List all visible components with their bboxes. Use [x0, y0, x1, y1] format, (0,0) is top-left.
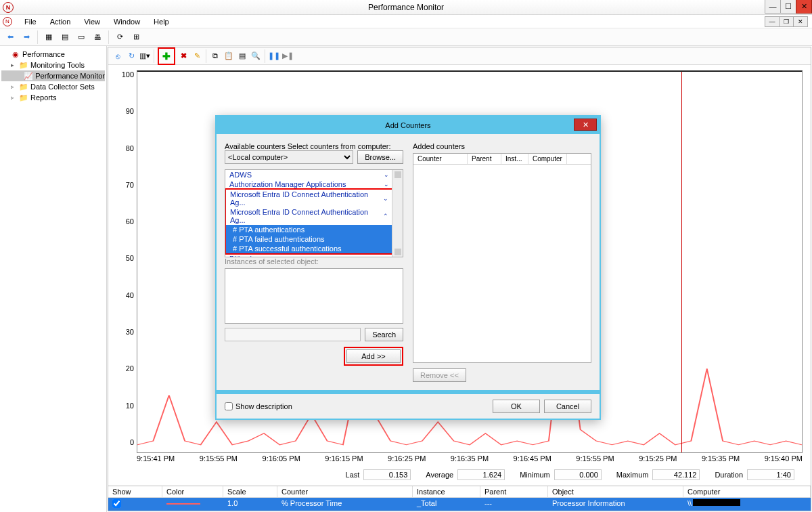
- graph-type-button[interactable]: ▥▾: [138, 49, 152, 63]
- highlight-button[interactable]: ✎: [190, 49, 204, 63]
- counter-pta-failed[interactable]: # PTA failed authentications: [226, 234, 402, 244]
- chevron-down-icon: ⌄: [384, 171, 389, 178]
- tree-performance-monitor[interactable]: 📈Performance Monitor: [1, 70, 105, 81]
- legend-counter: % Processor Time: [277, 498, 413, 511]
- export-button[interactable]: ▭: [74, 30, 89, 45]
- doc-minimize-button[interactable]: —: [765, 16, 780, 27]
- maximize-button[interactable]: ☐: [780, 0, 796, 14]
- legend-h-parent[interactable]: Parent: [480, 486, 548, 497]
- counter-authz[interactable]: Authorization Manager Applications⌄: [225, 179, 403, 189]
- tree-root-label: Performance: [22, 50, 65, 58]
- menu-action[interactable]: Action: [47, 16, 74, 27]
- legend-computer: \\: [683, 498, 811, 511]
- search-button[interactable]: Search: [365, 328, 403, 341]
- counter-entra2[interactable]: Microsoft Entra ID Connect Authenticatio…: [226, 207, 402, 225]
- stat-dur-label: Duration: [704, 471, 743, 479]
- add-counters-dialog: Add Counters ✕ Available counters Select…: [215, 115, 601, 420]
- copy-button[interactable]: ⧉: [208, 49, 222, 63]
- tree-data-collector-sets[interactable]: ▹📁Data Collector Sets: [1, 81, 105, 92]
- menu-help[interactable]: Help: [151, 16, 172, 27]
- time-marker: [681, 72, 682, 452]
- computer-select[interactable]: <Local computer>: [225, 150, 353, 164]
- menu-window[interactable]: Window: [111, 16, 143, 27]
- dialog-title: Add Counters: [385, 121, 430, 129]
- counter-legend: Show Color Scale Counter Instance Parent…: [108, 486, 811, 511]
- browse-button[interactable]: Browse...: [357, 150, 403, 164]
- show-hide-tree-button[interactable]: ▦: [41, 30, 56, 45]
- window-title: Performance Monitor: [0, 3, 812, 12]
- update-button[interactable]: ▶❚: [281, 49, 294, 63]
- refresh-button[interactable]: ⟳: [112, 30, 127, 45]
- counter-bitlocker[interactable]: BitLocker⌄: [225, 254, 403, 257]
- list-scrollbar[interactable]: [392, 170, 403, 257]
- freeze-button[interactable]: ❚❚: [267, 49, 281, 63]
- added-h-parent[interactable]: Parent: [468, 154, 501, 164]
- legend-h-counter[interactable]: Counter: [277, 486, 413, 497]
- view-log-button[interactable]: ↻: [125, 49, 138, 63]
- legend-h-color[interactable]: Color: [162, 486, 223, 497]
- legend-h-instance[interactable]: Instance: [413, 486, 480, 497]
- instances-list[interactable]: [225, 268, 403, 324]
- cancel-button[interactable]: Cancel: [544, 400, 591, 413]
- legend-h-scale[interactable]: Scale: [223, 486, 277, 497]
- mmc-toolbar: ⬅ ➡ ▦ ▤ ▭ 🖶 ⟳ ⊞: [0, 28, 812, 46]
- y-axis: 1009080706050403020100: [116, 70, 137, 453]
- legend-h-computer[interactable]: Computer: [683, 486, 811, 497]
- legend-object: Processor Information: [548, 498, 683, 511]
- menu-file[interactable]: File: [22, 16, 39, 27]
- delete-counter-button[interactable]: ✖: [177, 49, 190, 63]
- counter-adws[interactable]: ADWS⌄: [225, 170, 403, 179]
- tree-reports[interactable]: ▹📁Reports: [1, 92, 105, 103]
- added-h-counter[interactable]: Counter: [413, 154, 468, 164]
- added-h-inst[interactable]: Inst...: [501, 154, 528, 164]
- doc-close-button[interactable]: ✕: [793, 16, 808, 27]
- highlighted-counters: Microsoft Entra ID Connect Authenticatio…: [225, 188, 403, 255]
- zoom-button[interactable]: 🔍: [249, 49, 263, 63]
- ok-button[interactable]: OK: [493, 400, 540, 413]
- tree-root[interactable]: ◉Performance: [1, 49, 105, 60]
- folder-icon: 📁: [19, 60, 28, 70]
- counter-pta-auth[interactable]: # PTA authentications: [226, 225, 402, 234]
- minimize-button[interactable]: —: [765, 0, 781, 14]
- properties-graph-button[interactable]: ▤: [235, 49, 249, 63]
- properties-button[interactable]: ▤: [58, 30, 72, 45]
- legend-h-object[interactable]: Object: [548, 486, 683, 497]
- dialog-titlebar[interactable]: Add Counters ✕: [217, 116, 600, 134]
- perfmon-toolbar: ⎋ ↻ ▥▾ ✚ ✖ ✎ ⧉ 📋 ▤ 🔍 ❚❚ ▶❚: [108, 47, 811, 65]
- added-counters-list[interactable]: Counter Parent Inst... Computer: [413, 153, 591, 363]
- close-button[interactable]: ✕: [796, 0, 812, 14]
- remove-button: Remove <<: [413, 368, 466, 382]
- legend-row[interactable]: 1.0 % Processor Time _Total --- Processo…: [108, 498, 811, 511]
- add-counter-highlight: ✚: [158, 47, 175, 65]
- folder-icon: 📁: [19, 93, 28, 102]
- stat-avg-value: 1.624: [457, 469, 505, 480]
- folder-icon: 📁: [19, 82, 28, 91]
- tree-monitoring-tools[interactable]: ▸📁Monitoring Tools: [1, 60, 105, 70]
- chevron-down-icon: ⌄: [383, 195, 388, 202]
- stat-max-value: 42.112: [652, 469, 700, 480]
- tree-dcs-label: Data Collector Sets: [30, 83, 95, 91]
- added-h-computer[interactable]: Computer: [528, 154, 567, 164]
- add-button[interactable]: Add >>: [346, 349, 401, 363]
- menubar: N File Action View Window Help — ❐ ✕: [0, 15, 812, 28]
- view-current-button[interactable]: ⎋: [111, 49, 125, 63]
- counter-pta-success[interactable]: # PTA successful authentications: [226, 244, 402, 253]
- counter-list[interactable]: ADWS⌄ Authorization Manager Applications…: [225, 169, 403, 257]
- dialog-close-button[interactable]: ✕: [574, 119, 597, 131]
- legend-h-show[interactable]: Show: [108, 486, 162, 497]
- print-button[interactable]: 🖶: [90, 30, 105, 45]
- add-counter-button[interactable]: ✚: [160, 49, 173, 63]
- counter-entra1[interactable]: Microsoft Entra ID Connect Authenticatio…: [226, 190, 402, 207]
- options-button[interactable]: ⊞: [129, 30, 143, 45]
- menu-view[interactable]: View: [81, 16, 103, 27]
- show-description-checkbox[interactable]: Show description: [225, 402, 292, 410]
- legend-show-checkbox[interactable]: [112, 499, 121, 508]
- show-desc-label: Show description: [235, 402, 292, 410]
- back-button[interactable]: ⬅: [3, 30, 18, 45]
- tree-monitoring-label: Monitoring Tools: [30, 61, 85, 69]
- doc-restore-button[interactable]: ❐: [779, 16, 794, 27]
- stat-dur-value: 1:40: [747, 469, 794, 480]
- added-counters-label: Added counters: [413, 142, 465, 150]
- forward-button[interactable]: ➡: [19, 30, 34, 45]
- paste-button[interactable]: 📋: [222, 49, 235, 63]
